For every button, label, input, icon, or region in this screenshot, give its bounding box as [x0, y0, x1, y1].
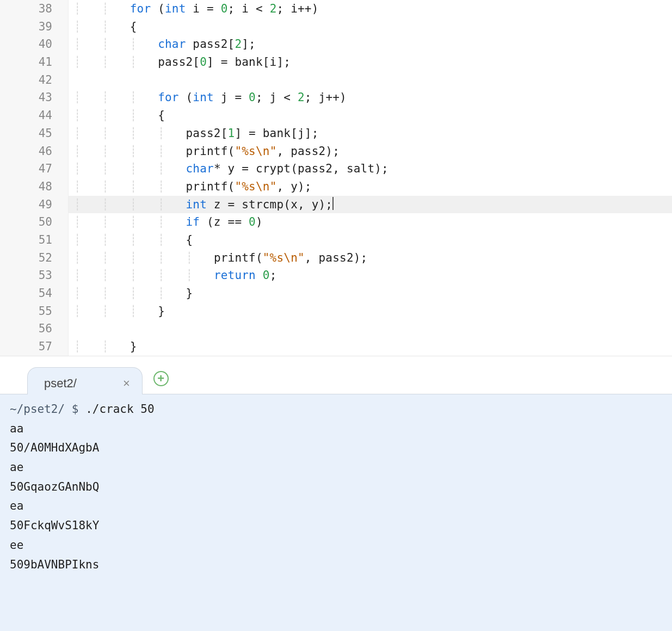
fold-gutter	[59, 53, 69, 71]
line-number: 50	[0, 213, 59, 231]
fold-gutter	[59, 0, 69, 18]
code-line[interactable]: 45┊ ┊ ┊ ┊ pass2[1] = bank[j];	[0, 125, 672, 143]
line-number: 55	[0, 302, 59, 320]
code-content[interactable]: ┊ ┊ ┊ }	[74, 302, 672, 320]
line-number: 52	[0, 249, 59, 267]
code-line[interactable]: 42	[0, 71, 672, 89]
terminal-output-line: 50GqaozGAnNbQ	[10, 478, 662, 497]
code-content[interactable]: ┊ ┊ }	[74, 338, 672, 356]
fold-gutter	[59, 89, 69, 107]
code-content[interactable]: ┊ ┊ ┊ ┊ printf("%s\n", y);	[74, 178, 672, 196]
line-number: 42	[0, 71, 59, 89]
code-line[interactable]: 39┊ ┊ {	[0, 18, 672, 36]
terminal-output-line: ae	[10, 458, 662, 478]
line-number: 56	[0, 320, 59, 338]
code-line[interactable]: 43┊ ┊ ┊ for (int j = 0; j < 2; j++)	[0, 89, 672, 107]
terminal-output-line: ea	[10, 497, 662, 516]
code-content[interactable]: ┊ ┊ ┊ ┊ char* y = crypt(pass2, salt);	[74, 160, 672, 178]
code-line[interactable]: 51┊ ┊ ┊ ┊ {	[0, 231, 672, 249]
code-line[interactable]: 40┊ ┊ ┊ char pass2[2];	[0, 35, 672, 53]
line-number: 48	[0, 178, 59, 196]
fold-gutter	[59, 213, 69, 231]
code-content[interactable]	[74, 71, 672, 89]
terminal-output-line: ee	[10, 536, 662, 555]
fold-gutter	[59, 249, 69, 267]
code-line[interactable]: 48┊ ┊ ┊ ┊ printf("%s\n", y);	[0, 178, 672, 196]
fold-gutter	[59, 160, 69, 178]
line-number: 46	[0, 143, 59, 160]
code-content[interactable]: ┊ ┊ ┊ ┊ int z = strcmp(x, y);	[74, 196, 672, 214]
fold-gutter	[59, 267, 69, 284]
terminal-tab-label: pset2/	[44, 376, 77, 391]
code-line[interactable]: 44┊ ┊ ┊ {	[0, 107, 672, 125]
code-content[interactable]: ┊ ┊ ┊ for (int j = 0; j < 2; j++)	[74, 89, 672, 107]
fold-gutter	[59, 18, 69, 36]
code-line[interactable]: 57┊ ┊ }	[0, 338, 672, 356]
line-number: 45	[0, 125, 59, 143]
fold-gutter	[59, 338, 69, 356]
code-content[interactable]: ┊ ┊ ┊ ┊ printf("%s\n", pass2);	[74, 143, 672, 160]
code-editor[interactable]: 38┊ ┊ for (int i = 0; i < 2; i++)39┊ ┊ {…	[0, 0, 672, 356]
terminal-output-line: 50/A0MHdXAgbA	[10, 438, 662, 458]
code-content[interactable]	[74, 320, 672, 338]
line-number: 38	[0, 0, 59, 18]
line-number: 47	[0, 160, 59, 178]
code-line[interactable]: 53┊ ┊ ┊ ┊ ┊ return 0;	[0, 267, 672, 284]
fold-gutter	[59, 107, 69, 125]
code-line[interactable]: 46┊ ┊ ┊ ┊ printf("%s\n", pass2);	[0, 143, 672, 160]
terminal-output-line: 50FckqWvS18kY	[10, 516, 662, 536]
code-content[interactable]: ┊ ┊ ┊ ┊ ┊ printf("%s\n", pass2);	[74, 249, 672, 267]
terminal-panel: pset2/ × + ~/pset2/ $ ./crack 50 aa50/A0…	[0, 356, 672, 631]
terminal-output-line: aa	[10, 419, 662, 439]
fold-gutter	[59, 302, 69, 320]
code-line[interactable]: 38┊ ┊ for (int i = 0; i < 2; i++)	[0, 0, 672, 18]
fold-gutter	[59, 143, 69, 160]
code-content[interactable]: ┊ ┊ for (int i = 0; i < 2; i++)	[74, 0, 672, 18]
prompt-path: ~/pset2/	[10, 403, 65, 416]
terminal-prompt-line: ~/pset2/ $ ./crack 50	[10, 400, 662, 419]
code-line[interactable]: 49┊ ┊ ┊ ┊ int z = strcmp(x, y);	[0, 196, 672, 214]
line-number: 39	[0, 18, 59, 36]
fold-gutter	[59, 71, 69, 89]
code-content[interactable]: ┊ ┊ ┊ pass2[0] = bank[i];	[74, 53, 672, 71]
code-content[interactable]: ┊ ┊ ┊ ┊ }	[74, 284, 672, 302]
code-content[interactable]: ┊ ┊ ┊ ┊ pass2[1] = bank[j];	[74, 125, 672, 143]
code-content[interactable]: ┊ ┊ ┊ ┊ {	[74, 231, 672, 249]
code-line[interactable]: 50┊ ┊ ┊ ┊ if (z == 0)	[0, 213, 672, 231]
line-number: 41	[0, 53, 59, 71]
terminal-tab[interactable]: pset2/ ×	[27, 367, 143, 394]
prompt-symbol: $	[72, 403, 85, 416]
terminal-command: ./crack 50	[85, 403, 154, 416]
code-content[interactable]: ┊ ┊ ┊ ┊ ┊ return 0;	[74, 267, 672, 284]
code-line[interactable]: 55┊ ┊ ┊ }	[0, 302, 672, 320]
fold-gutter	[59, 178, 69, 196]
fold-gutter	[59, 320, 69, 338]
code-line[interactable]: 54┊ ┊ ┊ ┊ }	[0, 284, 672, 302]
code-line[interactable]: 47┊ ┊ ┊ ┊ char* y = crypt(pass2, salt);	[0, 160, 672, 178]
text-cursor	[332, 197, 334, 210]
code-content[interactable]: ┊ ┊ ┊ char pass2[2];	[74, 35, 672, 53]
line-number: 51	[0, 231, 59, 249]
terminal-output-line: 509bAVNBPIkns	[10, 555, 662, 575]
terminal-tabbar: pset2/ × +	[0, 356, 672, 394]
line-number: 53	[0, 267, 59, 284]
fold-gutter	[59, 196, 69, 214]
fold-gutter	[59, 125, 69, 143]
line-number: 54	[0, 284, 59, 302]
add-terminal-button[interactable]: +	[153, 371, 169, 386]
code-line[interactable]: 52┊ ┊ ┊ ┊ ┊ printf("%s\n", pass2);	[0, 249, 672, 267]
code-content[interactable]: ┊ ┊ ┊ ┊ if (z == 0)	[74, 213, 672, 231]
code-line[interactable]: 41┊ ┊ ┊ pass2[0] = bank[i];	[0, 53, 672, 71]
fold-gutter	[59, 284, 69, 302]
fold-gutter	[59, 35, 69, 53]
line-number: 57	[0, 338, 59, 356]
code-line[interactable]: 56	[0, 320, 672, 338]
terminal-body[interactable]: ~/pset2/ $ ./crack 50 aa50/A0MHdXAgbAae5…	[0, 394, 672, 580]
line-number: 49	[0, 196, 59, 214]
code-content[interactable]: ┊ ┊ ┊ {	[74, 107, 672, 125]
fold-gutter	[59, 231, 69, 249]
close-icon[interactable]: ×	[123, 376, 130, 391]
line-number: 40	[0, 35, 59, 53]
code-content[interactable]: ┊ ┊ {	[74, 18, 672, 36]
line-number: 43	[0, 89, 59, 107]
